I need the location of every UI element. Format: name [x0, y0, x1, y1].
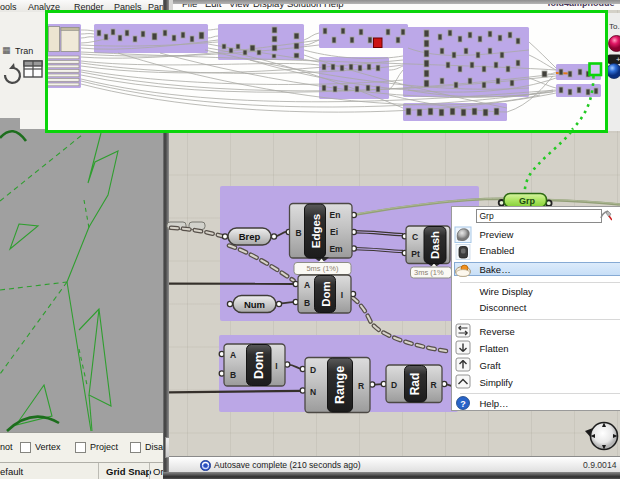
svg-text:?: ? — [460, 398, 466, 408]
